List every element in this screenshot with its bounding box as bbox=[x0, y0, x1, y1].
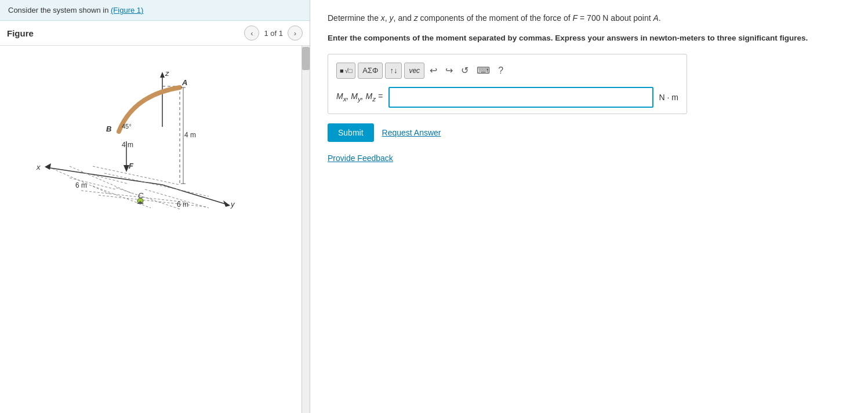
svg-rect-0 bbox=[0, 46, 302, 214]
svg-text:x: x bbox=[36, 163, 41, 171]
figure-section: Figure ‹ 1 of 1 › z y bbox=[0, 21, 310, 413]
ασφ-label: ΑΣΦ bbox=[362, 66, 378, 75]
answer-box: ■ √□ ΑΣΦ ↑↓ vec ↩ ↪ ↺ ⌨ bbox=[328, 54, 687, 114]
provide-feedback-link[interactable]: Provide Feedback bbox=[328, 153, 851, 163]
figure-title: Figure bbox=[7, 28, 34, 38]
svg-text:A: A bbox=[181, 78, 187, 87]
action-row: Submit Request Answer bbox=[328, 123, 851, 142]
figure-link[interactable]: (Figure 1) bbox=[111, 6, 143, 14]
refresh-button[interactable]: ↺ bbox=[458, 64, 471, 77]
figure-header: Figure ‹ 1 of 1 › bbox=[0, 21, 310, 46]
refresh-icon: ↺ bbox=[461, 65, 468, 76]
svg-text:B: B bbox=[106, 125, 111, 133]
svg-text:F: F bbox=[129, 162, 134, 170]
toolbar: ■ √□ ΑΣΦ ↑↓ vec ↩ ↪ ↺ ⌨ bbox=[336, 63, 678, 79]
prev-figure-button[interactable]: ‹ bbox=[244, 25, 259, 41]
consider-box: Consider the system shown in (Figure 1) bbox=[0, 0, 310, 21]
input-label: Mx, My, Mz = bbox=[336, 92, 383, 103]
scrollbar-thumb bbox=[302, 47, 310, 70]
answer-input[interactable] bbox=[388, 87, 653, 108]
vec-button[interactable]: vec bbox=[404, 63, 424, 79]
svg-text:6 m: 6 m bbox=[75, 181, 87, 189]
left-panel: Consider the system shown in (Figure 1) … bbox=[0, 0, 310, 413]
figure-canvas: z y x bbox=[0, 46, 310, 413]
vec-label: vec bbox=[409, 67, 420, 75]
right-panel: Determine the x, y, and z components of … bbox=[310, 0, 868, 413]
matrix-button[interactable]: ■ √□ bbox=[336, 63, 355, 79]
arrows-button[interactable]: ↑↓ bbox=[385, 63, 402, 79]
problem-text: Determine the x, y, and z components of … bbox=[328, 12, 851, 24]
figure-svg: z y x bbox=[0, 46, 302, 214]
svg-text:6 m: 6 m bbox=[177, 200, 188, 209]
page-info: 1 of 1 bbox=[264, 29, 283, 38]
request-answer-link[interactable]: Request Answer bbox=[382, 128, 441, 137]
figure-scrollbar[interactable] bbox=[302, 46, 310, 413]
keyboard-icon: ⌨ bbox=[477, 65, 490, 76]
consider-text: Consider the system shown in bbox=[8, 6, 111, 14]
next-figure-button[interactable]: › bbox=[288, 25, 303, 41]
svg-text:4 m: 4 m bbox=[184, 131, 196, 139]
instruction-text: Enter the components of the moment separ… bbox=[328, 32, 851, 44]
help-button[interactable]: ? bbox=[495, 64, 506, 77]
undo-button[interactable]: ↩ bbox=[427, 64, 440, 77]
ασφ-button[interactable]: ΑΣΦ bbox=[358, 63, 383, 79]
keyboard-button[interactable]: ⌨ bbox=[474, 64, 493, 77]
help-icon: ? bbox=[498, 65, 503, 76]
submit-button[interactable]: Submit bbox=[328, 123, 374, 142]
svg-text:z: z bbox=[165, 69, 169, 78]
matrix-icon: ■ bbox=[340, 67, 344, 74]
svg-text:4 m: 4 m bbox=[122, 141, 133, 149]
figure-nav: ‹ 1 of 1 › bbox=[244, 25, 303, 41]
svg-text:45°: 45° bbox=[122, 123, 132, 130]
redo-button[interactable]: ↪ bbox=[442, 64, 456, 77]
undo-icon: ↩ bbox=[430, 65, 437, 76]
arrows-label: ↑↓ bbox=[390, 66, 397, 75]
input-row: Mx, My, Mz = N · m bbox=[336, 87, 678, 108]
redo-icon: ↪ bbox=[445, 65, 453, 76]
unit-label: N · m bbox=[659, 93, 678, 102]
sqrt-icon: √□ bbox=[345, 67, 353, 74]
